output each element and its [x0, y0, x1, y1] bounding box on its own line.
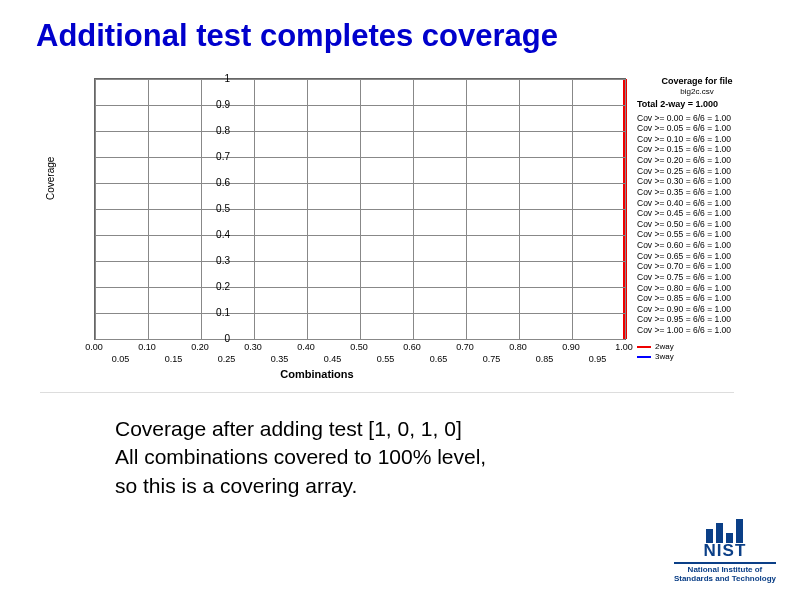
grid-line: [307, 79, 308, 339]
x-tick: 0.50: [350, 342, 368, 352]
y-tick: 0.3: [216, 255, 230, 266]
panel-row: Cov >= 0.80 = 6/6 = 1.00: [637, 283, 757, 294]
legend-label: 3way: [655, 352, 674, 362]
grid-line: [360, 79, 361, 339]
logo-subtitle: National Institute of Standards and Tech…: [674, 562, 776, 583]
x-tick: 0.40: [297, 342, 315, 352]
legend-swatch-red: [637, 346, 651, 348]
grid-line: [519, 79, 520, 339]
plot-area: [94, 78, 626, 340]
x-tick: 0.45: [324, 354, 342, 364]
divider: [40, 392, 734, 393]
grid-line: [254, 79, 255, 339]
grid-line: [625, 79, 626, 339]
panel-row: Cov >= 0.20 = 6/6 = 1.00: [637, 155, 757, 166]
panel-row: Cov >= 0.70 = 6/6 = 1.00: [637, 261, 757, 272]
grid-line: [95, 79, 96, 339]
panel-row: Cov >= 0.10 = 6/6 = 1.00: [637, 134, 757, 145]
slide-title: Additional test completes coverage: [36, 18, 794, 54]
caption-line: so this is a covering array.: [115, 474, 357, 497]
y-tick: 0.7: [216, 151, 230, 162]
x-tick: 0.60: [403, 342, 421, 352]
y-tick: 0.5: [216, 203, 230, 214]
x-axis-label: Combinations: [280, 368, 353, 380]
legend-swatch-blue: [637, 356, 651, 358]
panel-row: Cov >= 0.00 = 6/6 = 1.00: [637, 113, 757, 124]
panel-row: Cov >= 0.60 = 6/6 = 1.00: [637, 240, 757, 251]
panel-row: Cov >= 1.00 = 6/6 = 1.00: [637, 325, 757, 336]
logo-sub-line: Standards and Technology: [674, 574, 776, 583]
grid-line: [413, 79, 414, 339]
x-tick: 0.25: [218, 354, 236, 364]
x-tick: 0.80: [509, 342, 527, 352]
chart-legend: 2way 3way: [637, 342, 757, 362]
x-tick: 0.90: [562, 342, 580, 352]
caption-text: Coverage after adding test [1, 0, 1, 0] …: [115, 415, 635, 500]
x-tick: 0.00: [85, 342, 103, 352]
legend-item-2way: 2way: [637, 342, 757, 352]
y-tick: 1: [224, 73, 230, 84]
panel-row: Cov >= 0.30 = 6/6 = 1.00: [637, 176, 757, 187]
legend-label: 2way: [655, 342, 674, 352]
x-tick: 0.95: [589, 354, 607, 364]
x-tick: 0.55: [377, 354, 395, 364]
panel-row: Cov >= 0.45 = 6/6 = 1.00: [637, 208, 757, 219]
panel-row: Cov >= 0.75 = 6/6 = 1.00: [637, 272, 757, 283]
panel-row: Cov >= 0.25 = 6/6 = 1.00: [637, 166, 757, 177]
panel-row: Cov >= 0.50 = 6/6 = 1.00: [637, 219, 757, 230]
grid-line: [95, 339, 625, 340]
y-tick: 0.6: [216, 177, 230, 188]
nist-logo: NIST National Institute of Standards and…: [674, 519, 776, 583]
x-tick: 0.05: [112, 354, 130, 364]
y-tick: 0.1: [216, 307, 230, 318]
y-tick: 0.4: [216, 229, 230, 240]
caption-line: Coverage after adding test [1, 0, 1, 0]: [115, 417, 462, 440]
grid-line: [466, 79, 467, 339]
panel-file: big2c.csv: [637, 87, 757, 97]
x-tick: 0.35: [271, 354, 289, 364]
y-tick: 0.2: [216, 281, 230, 292]
coverage-chart: Coverage Combinations Coverage for file …: [52, 70, 722, 390]
grid-line: [148, 79, 149, 339]
x-tick: 0.65: [430, 354, 448, 364]
y-tick: 0.8: [216, 125, 230, 136]
x-tick: 0.70: [456, 342, 474, 352]
panel-row: Cov >= 0.05 = 6/6 = 1.00: [637, 123, 757, 134]
panel-row: Cov >= 0.65 = 6/6 = 1.00: [637, 251, 757, 262]
y-axis-label: Coverage: [45, 157, 56, 200]
grid-line: [201, 79, 202, 339]
panel-row: Cov >= 0.90 = 6/6 = 1.00: [637, 304, 757, 315]
y-tick: 0.9: [216, 99, 230, 110]
grid-line: [572, 79, 573, 339]
x-tick: 1.00: [615, 342, 633, 352]
x-tick: 0.15: [165, 354, 183, 364]
logo-icon: [674, 519, 776, 543]
logo-name: NIST: [674, 541, 776, 561]
x-tick: 0.85: [536, 354, 554, 364]
coverage-detail-panel: Coverage for file big2c.csv Total 2-way …: [637, 76, 757, 362]
panel-row: Cov >= 0.95 = 6/6 = 1.00: [637, 314, 757, 325]
y-tick: 0: [224, 333, 230, 344]
panel-row: Cov >= 0.35 = 6/6 = 1.00: [637, 187, 757, 198]
panel-row: Cov >= 0.15 = 6/6 = 1.00: [637, 144, 757, 155]
legend-item-3way: 3way: [637, 352, 757, 362]
panel-row: Cov >= 0.55 = 6/6 = 1.00: [637, 229, 757, 240]
panel-total: Total 2-way = 1.000: [637, 99, 757, 110]
x-tick: 0.20: [191, 342, 209, 352]
x-tick: 0.75: [483, 354, 501, 364]
x-tick: 0.30: [244, 342, 262, 352]
panel-row: Cov >= 0.40 = 6/6 = 1.00: [637, 198, 757, 209]
panel-row: Cov >= 0.85 = 6/6 = 1.00: [637, 293, 757, 304]
panel-title: Coverage for file: [637, 76, 757, 87]
caption-line: All combinations covered to 100% level,: [115, 445, 486, 468]
panel-rows: Cov >= 0.00 = 6/6 = 1.00Cov >= 0.05 = 6/…: [637, 113, 757, 336]
x-tick: 0.10: [138, 342, 156, 352]
